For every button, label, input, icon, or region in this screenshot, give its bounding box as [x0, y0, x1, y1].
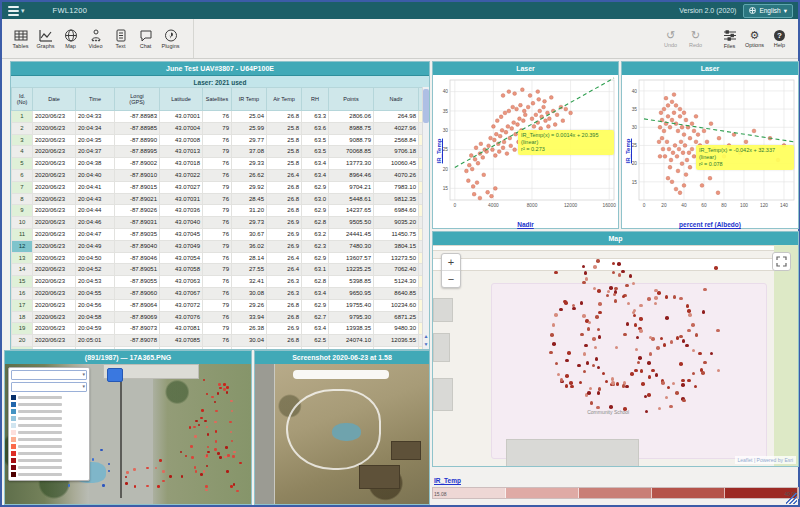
data-table: Id.(No)DateTimeLongi(GPS)LatitudeSatelli…: [11, 87, 423, 349]
map-dot: [564, 301, 568, 305]
files-button[interactable]: Files: [717, 29, 742, 49]
color-gradient-bar: [432, 487, 799, 499]
legend-item[interactable]: [11, 408, 87, 415]
legend-item[interactable]: [11, 422, 87, 429]
column-header[interactable]: Points: [329, 88, 374, 111]
table-row[interactable]: 82020/06/2320:04:43-87.8902143.070317628…: [12, 193, 424, 205]
scrollbar-thumb[interactable]: [423, 89, 429, 123]
cell: 12036.55: [374, 335, 419, 347]
cell: 43.07072: [160, 299, 203, 311]
help-button[interactable]: ? Help: [767, 30, 792, 48]
legend-item[interactable]: [11, 443, 87, 450]
map-dot: [587, 327, 591, 331]
table-row[interactable]: 192020/06/2320:04:59-87.8907343.07081792…: [12, 323, 424, 335]
value-select[interactable]: [11, 382, 87, 392]
cell: 26.9: [267, 323, 302, 335]
cell: 76: [203, 217, 232, 229]
table-row[interactable]: 162020/06/2320:04:55-87.8906043.07067763…: [12, 287, 424, 299]
scroll-down-arrow[interactable]: ▼: [423, 341, 429, 348]
legend-item[interactable]: [11, 415, 87, 422]
video-button[interactable]: Video: [83, 29, 108, 49]
table-row[interactable]: 32020/06/2320:04:35-87.8899043.070087629…: [12, 134, 424, 146]
legend-text: [18, 403, 62, 406]
x-axis-label[interactable]: percent ref (Albedo): [622, 221, 798, 228]
scatter-plot[interactable]: 020406080100120140152025303540 IR_Temp p…: [622, 75, 798, 228]
plugins-button[interactable]: Plugins: [158, 29, 183, 49]
data-point: [474, 146, 478, 150]
cell: 8988.75: [329, 122, 374, 134]
column-header[interactable]: Id.(No): [12, 88, 33, 111]
column-header[interactable]: Time: [76, 88, 115, 111]
column-header[interactable]: RH: [302, 88, 329, 111]
map-button[interactable]: Map: [58, 29, 83, 49]
table-row[interactable]: 202020/06/2320:05:01-87.8907843.07085763…: [12, 335, 424, 347]
chat-button[interactable]: Chat: [133, 29, 158, 49]
table-row[interactable]: 142020/06/2320:04:52-87.8905143.07058792…: [12, 264, 424, 276]
table-scrollbar[interactable]: ▲ ▼: [422, 87, 429, 349]
scatter-plot[interactable]: 0400080001200016000152025303540 IR_Temp …: [433, 75, 618, 228]
y-axis-label[interactable]: IR_Temp: [436, 131, 442, 171]
column-header[interactable]: Air Temp: [267, 88, 302, 111]
map-attribution[interactable]: Leaflet | Powered by Esri: [735, 456, 797, 464]
table-row[interactable]: 122020/06/2320:04:49-87.8904043.07049793…: [12, 240, 424, 252]
text-button[interactable]: Text: [108, 29, 133, 49]
legend-item[interactable]: [11, 436, 87, 443]
table-row[interactable]: 212020/06/2320:05:02-87.8908243.07090762…: [12, 346, 424, 349]
column-header[interactable]: Nadir: [374, 88, 419, 111]
legend-item[interactable]: [11, 450, 87, 457]
legend-label[interactable]: IR_Temp: [434, 477, 461, 484]
legend-item[interactable]: [11, 429, 87, 436]
legend-item[interactable]: [11, 464, 87, 471]
language-dropdown[interactable]: English ▾: [743, 4, 793, 18]
screenshot-image-canvas[interactable]: [255, 364, 429, 504]
legend-item[interactable]: [11, 471, 87, 478]
table-row[interactable]: 42020/06/2320:04:37-87.8899543.070137937…: [12, 146, 424, 158]
resize-grip[interactable]: [786, 493, 797, 504]
scroll-up-arrow[interactable]: ▲: [423, 333, 429, 340]
map-dot: [146, 485, 149, 488]
column-header[interactable]: Latitude: [160, 88, 203, 111]
column-header[interactable]: IR Temp: [232, 88, 267, 111]
table-row[interactable]: 52020/06/2320:04:38-87.8900243.070187629…: [12, 158, 424, 170]
cell: 8964.46: [329, 169, 374, 181]
aerial-image-canvas[interactable]: [5, 364, 251, 504]
zoom-out-button[interactable]: −: [442, 270, 460, 287]
table-row[interactable]: 92020/06/2320:04:44-87.8902643.070367931…: [12, 205, 424, 217]
x-axis-label[interactable]: Nadir: [433, 221, 618, 228]
table-row[interactable]: 72020/06/2320:04:41-87.8901543.070277929…: [12, 181, 424, 193]
legend-item[interactable]: [11, 394, 87, 401]
table-row[interactable]: 102020/06/2320:04:46-87.8903143.07040762…: [12, 217, 424, 229]
options-button[interactable]: ⚙ Options: [742, 30, 767, 48]
zoom-in-button[interactable]: +: [442, 254, 460, 270]
map-canvas[interactable]: Community School + − Leaflet | Powered b…: [433, 245, 798, 466]
cell: -87.89026: [115, 205, 160, 217]
tables-button[interactable]: Tables: [8, 29, 33, 49]
fullscreen-button[interactable]: [772, 252, 791, 271]
legend-item[interactable]: [11, 457, 87, 464]
table-row[interactable]: 62020/06/2320:04:40-87.8901043.070227626…: [12, 169, 424, 181]
apply-button[interactable]: [107, 368, 123, 382]
table-row[interactable]: 132020/06/2320:04:50-87.8904643.07054762…: [12, 252, 424, 264]
cell: 43.07018: [160, 158, 203, 170]
column-header[interactable]: Satellites: [203, 88, 232, 111]
table-row[interactable]: 172020/06/2320:04:56-87.8906443.07072792…: [12, 299, 424, 311]
table-row[interactable]: 12020/06/2320:04:33-87.8898343.070017625…: [12, 111, 424, 123]
column-header[interactable]: Longi(GPS): [115, 88, 160, 111]
building: [391, 441, 421, 460]
layer-select[interactable]: [11, 370, 87, 380]
undo-button[interactable]: ↺ Undo: [658, 30, 683, 48]
data-point: [538, 109, 542, 113]
hamburger-menu-button[interactable]: ▾: [8, 6, 25, 16]
table-row[interactable]: 22020/06/2320:04:34-87.8898543.070047925…: [12, 122, 424, 134]
map-dot: [639, 317, 643, 321]
column-header[interactable]: Date: [33, 88, 76, 111]
y-axis-label[interactable]: IR_Temp: [625, 131, 631, 171]
redo-button[interactable]: ↻ Redo: [683, 30, 708, 48]
table-row[interactable]: 152020/06/2320:04:53-87.8905543.07063763…: [12, 276, 424, 288]
cell: 63.6: [302, 122, 329, 134]
table-row[interactable]: 182020/06/2320:04:58-87.8906943.07076763…: [12, 311, 424, 323]
table-row[interactable]: 112020/06/2320:04:47-87.8903543.07045763…: [12, 228, 424, 240]
legend-item[interactable]: [11, 401, 87, 408]
graphs-button[interactable]: Graphs: [33, 29, 58, 49]
data-point: [504, 130, 508, 134]
